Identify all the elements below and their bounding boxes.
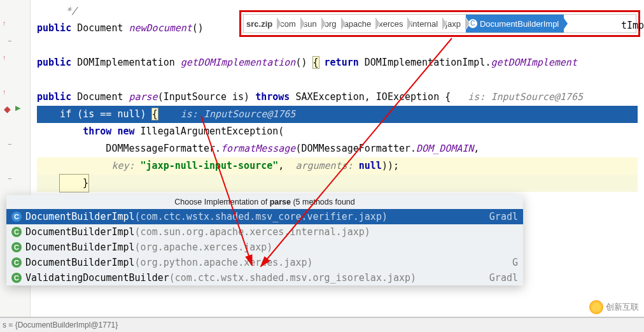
param-hint: key: (111, 160, 140, 171)
status-bar: s = {DocumentBuilderImpl@1771} (0, 317, 644, 332)
popup-item[interactable]: CDocumentBuilderImpl (com.sun.org.apache… (6, 224, 523, 240)
brace: } (60, 175, 88, 192)
kw-throw: throw new (37, 126, 141, 137)
kw-public: public (37, 22, 77, 34)
breadcrumb[interactable]: src.zipcomsunorgapachexercesinternaljaxp… (243, 14, 636, 33)
code-text: Document (77, 91, 129, 103)
code-text: SAXException, IOException { (295, 91, 468, 103)
popup-title-text: (5 methods found (291, 198, 355, 206)
code-text: formatMessage (221, 143, 295, 154)
breadcrumb-label: xerces (379, 19, 403, 29)
kw-public: public (37, 91, 77, 103)
run-icon[interactable]: ▶ (15, 104, 20, 112)
popup-right: G (512, 257, 518, 268)
string-literal: "jaxp-null-input-source" (141, 160, 279, 171)
code-text: DOMImplementationImpl. (365, 57, 491, 68)
popup-class: DocumentBuilderImpl (25, 242, 135, 253)
popup-item[interactable]: CDocumentBuilderImpl (com.ctc.wstx.shade… (6, 209, 523, 224)
popup-package: (com.ctc.wstx.shaded.msv_core.verifier.j… (135, 211, 388, 222)
popup-item[interactable]: CValidatingDocumentBuilder (com.ctc.wstx… (6, 270, 523, 285)
code-text: tImpl (621, 20, 644, 31)
class-icon: C (11, 212, 22, 222)
inline-hint: is: InputSource@1765 (158, 108, 296, 120)
kw-throws: throws (255, 91, 295, 103)
code-text: (DOMMessageFormatter. (295, 143, 416, 154)
breadcrumb-item[interactable]: xerces (376, 15, 408, 32)
code-text: )); (382, 160, 399, 171)
popup-package: (com.ctc.wstx.shaded.msv.org_isorelax.ja… (169, 272, 416, 284)
notch-icon: ↑ (3, 19, 6, 27)
popup-right: Gradl (489, 211, 518, 222)
brace: { (313, 57, 319, 68)
kw-return: return (319, 57, 365, 68)
code-text: () (295, 57, 312, 68)
code-text: , (278, 160, 295, 171)
popup-package: (org.apache.xerces.jaxp) (135, 242, 273, 253)
breadcrumb-label: apache (344, 19, 372, 29)
code-text: DOM_DOMAIN (416, 143, 473, 154)
brace: { (152, 108, 158, 120)
breadcrumb-item[interactable]: apache (342, 15, 377, 32)
popup-title-text: Choose Implementation of (174, 198, 269, 206)
code-text: , (473, 143, 479, 154)
kw-null: null (359, 160, 382, 171)
collapse-icon[interactable]: − (8, 37, 11, 45)
code-text: */ (37, 5, 77, 17)
class-icon: C (11, 242, 22, 252)
code-text: (InputSource is) (158, 91, 256, 103)
watermark-text: 创新互联 (606, 301, 639, 313)
method-name: getDOMImplementation (181, 57, 296, 68)
collapse-icon[interactable]: − (8, 175, 11, 182)
popup-package: (com.sun.org.apache.xerces.internal.jaxp… (135, 226, 370, 238)
code-text: if (is == null) (37, 108, 152, 120)
breadcrumb-label: sun (304, 19, 317, 29)
param-hint: arguments: (295, 160, 358, 171)
code-text: IllegalArgumentException( (141, 126, 284, 137)
popup-item[interactable]: CDocumentBuilderImpl (org.python.apache.… (6, 255, 523, 270)
breakpoint-icon[interactable]: ◆ (4, 104, 11, 114)
breadcrumb-item[interactable]: src.zip (244, 15, 277, 32)
popup-title-bold: parse (270, 198, 291, 206)
inline-hint: is: InputSource@1765 (468, 91, 583, 103)
highlight-line: key: "jaxp-null-input-source", arguments… (37, 157, 638, 175)
code-text: getDOMImplement (491, 57, 577, 68)
code-text: Document (77, 22, 129, 34)
watermark: 创新互联 (589, 300, 639, 314)
breadcrumb-label: DocumentBuilderImpl (480, 19, 559, 29)
breadcrumb-highlight-box: src.zipcomsunorgapachexercesinternaljaxp… (239, 10, 640, 37)
popup-class: DocumentBuilderImpl (25, 211, 135, 222)
breadcrumb-label: com (280, 19, 296, 29)
highlight-line: } (37, 175, 638, 192)
popup-item[interactable]: CDocumentBuilderImpl (org.apache.xerces.… (6, 240, 523, 255)
class-icon: C (11, 257, 22, 268)
method-name: parse (129, 91, 158, 103)
breadcrumb-label: src.zip (246, 19, 272, 29)
popup-class: DocumentBuilderImpl (25, 226, 135, 238)
code-text: DOMMessageFormatter. (37, 143, 221, 154)
popup-right: Gradl (489, 272, 518, 284)
code-text: DOMImplementation (77, 57, 181, 68)
class-icon: C (11, 273, 22, 283)
execution-line: if (is == null) { is: InputSource@1765 (37, 106, 638, 123)
breadcrumb-label: jaxp (445, 19, 461, 29)
breadcrumb-item[interactable]: internal (408, 15, 443, 32)
method-name: newDocument (129, 22, 192, 34)
notch-icon: ↑ (3, 54, 6, 61)
breadcrumb-label: internal (410, 19, 438, 29)
breadcrumb-item[interactable]: CDocumentBuilderImpl (466, 15, 564, 32)
class-icon: C (11, 227, 22, 237)
blank-line (31, 37, 644, 54)
popup-class: ValidatingDocumentBuilder (25, 272, 169, 284)
watermark-logo-icon (589, 300, 603, 314)
notch-icon: ↑ (3, 88, 6, 96)
popup-package: (org.python.apache.xerces.jaxp) (135, 257, 313, 268)
collapse-icon[interactable]: − (8, 140, 11, 148)
popup-title: Choose Implementation of parse (5 method… (6, 195, 523, 209)
blank-line (31, 71, 644, 89)
implementation-popup[interactable]: Choose Implementation of parse (5 method… (6, 195, 523, 285)
kw-public: public (37, 57, 77, 68)
popup-class: DocumentBuilderImpl (25, 257, 135, 268)
code-text (37, 160, 111, 171)
code-text: () (192, 22, 204, 34)
